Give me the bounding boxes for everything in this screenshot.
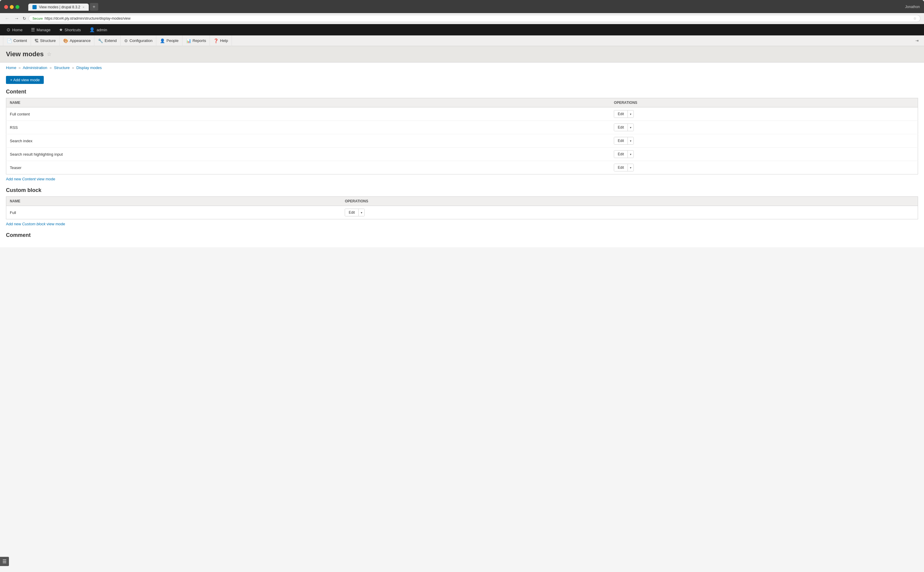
table-row: RSS Edit ▾	[6, 121, 918, 134]
row-operations-cell: Edit ▾	[610, 134, 918, 148]
content-name-header: NAME	[6, 98, 611, 107]
people-icon: 👤	[160, 38, 165, 43]
toolbar-shortcuts-label: Shortcuts	[65, 28, 81, 32]
back-button[interactable]: ←	[3, 15, 11, 22]
browser-window: View modes | drupal 8.3.2 × + Jonathon ←…	[0, 0, 924, 247]
edit-dropdown-button[interactable]: ▾	[627, 164, 633, 171]
breadcrumb-home[interactable]: Home	[6, 65, 16, 70]
edit-dropdown-button[interactable]: ▾	[627, 137, 633, 145]
nav-structure[interactable]: 🏗 Structure	[31, 36, 60, 46]
home-icon: ⊙	[6, 27, 11, 33]
edit-button[interactable]: Edit	[614, 137, 627, 145]
add-content-view-mode-link[interactable]: Add new Content view mode	[6, 177, 918, 181]
manage-icon: ☰	[31, 27, 35, 33]
breadcrumb-administration[interactable]: Administration	[23, 65, 47, 70]
add-view-mode-button[interactable]: + Add view mode	[6, 76, 44, 84]
add-custom-block-link-suffix: view mode	[45, 222, 65, 226]
content-section-title: Content	[6, 89, 918, 95]
config-icon: ⚙	[124, 38, 128, 43]
table-row: Search index Edit ▾	[6, 134, 918, 148]
tab-close-button[interactable]: ×	[82, 5, 84, 9]
custom-block-table: NAME OPERATIONS Full Edit ▾	[6, 196, 918, 219]
browser-titlebar: View modes | drupal 8.3.2 × + Jonathon	[0, 0, 924, 13]
nav-content-label: Content	[13, 38, 27, 43]
help-icon: ❓	[213, 38, 218, 43]
nav-extend[interactable]: 🔧 Extend	[94, 36, 120, 46]
close-window-button[interactable]	[4, 5, 8, 9]
active-tab[interactable]: View modes | drupal 8.3.2 ×	[28, 3, 89, 11]
add-custom-block-view-mode-link[interactable]: Add new Custom block view mode	[6, 222, 918, 226]
custom-block-operations-header: OPERATIONS	[341, 197, 918, 206]
nav-reports-label: Reports	[193, 38, 206, 43]
edit-btn-group: Edit ▾	[614, 110, 634, 118]
comment-section-title: Comment	[6, 232, 918, 238]
row-operations-cell: Edit ▾	[341, 206, 918, 219]
minimize-window-button[interactable]	[10, 5, 14, 9]
edit-btn-group: Edit ▾	[614, 137, 634, 145]
nav-content[interactable]: 📄 Content	[3, 36, 31, 46]
breadcrumb-display-modes[interactable]: Display modes	[76, 65, 102, 70]
edit-button[interactable]: Edit	[614, 124, 627, 131]
forward-button[interactable]: →	[13, 15, 20, 22]
structure-icon: 🏗	[34, 38, 39, 43]
nav-configuration[interactable]: ⚙ Configuration	[121, 36, 156, 46]
add-content-link-suffix: view mode	[36, 177, 55, 181]
nav-configuration-label: Configuration	[129, 38, 152, 43]
new-tab-button[interactable]: +	[90, 3, 98, 11]
edit-dropdown-button[interactable]: ▾	[627, 110, 633, 118]
edit-button[interactable]: Edit	[345, 209, 358, 216]
reload-button[interactable]: ↻	[23, 16, 26, 21]
browser-tabs: View modes | drupal 8.3.2 × +	[28, 3, 902, 11]
traffic-lights	[4, 5, 19, 9]
url-icons: ☆	[913, 16, 916, 20]
nav-people-label: People	[166, 38, 178, 43]
edit-button[interactable]: Edit	[614, 110, 627, 118]
star-toolbar-icon: ★	[59, 27, 63, 33]
breadcrumb-structure[interactable]: Structure	[54, 65, 70, 70]
edit-button[interactable]: Edit	[614, 151, 627, 158]
row-name-cell: Full content	[6, 107, 611, 121]
maximize-window-button[interactable]	[16, 5, 19, 9]
address-bar: ← → ↻ Secure https://dcvl4.ply.st/admin/…	[0, 13, 924, 24]
breadcrumb: Home » Administration » Structure » Disp…	[0, 62, 924, 73]
custom-block-section: Custom block NAME OPERATIONS Full Edit ▾	[0, 187, 924, 232]
comment-section: Comment	[0, 232, 924, 247]
url-bar[interactable]: Secure https://dcvl4.ply.st/admin/struct…	[29, 15, 921, 22]
nav-appearance-label: Appearance	[70, 38, 90, 43]
toolbar-manage-label: Manage	[37, 28, 51, 32]
edit-dropdown-button[interactable]: ▾	[358, 209, 364, 216]
add-custom-block-link-prefix: Add new	[6, 222, 22, 226]
row-operations-cell: Edit ▾	[610, 148, 918, 161]
edit-dropdown-button[interactable]: ▾	[627, 151, 633, 158]
star-icon[interactable]: ☆	[913, 16, 916, 20]
row-operations-cell: Edit ▾	[610, 107, 918, 121]
edit-button[interactable]: Edit	[614, 164, 627, 171]
nav-appearance[interactable]: 🎨 Appearance	[59, 36, 94, 46]
nav-help[interactable]: ❓ Help	[210, 36, 232, 46]
row-name-cell: RSS	[6, 121, 611, 134]
nav-structure-label: Structure	[40, 38, 56, 43]
table-row: Teaser Edit ▾	[6, 161, 918, 174]
custom-block-table-header-row: NAME OPERATIONS	[6, 197, 918, 206]
page-wrapper: View modes ☆ Home » Administration » Str…	[0, 46, 924, 247]
breadcrumb-sep-1: »	[19, 65, 20, 70]
nav-reports[interactable]: 📊 Reports	[182, 36, 210, 46]
favorite-icon[interactable]: ☆	[47, 51, 51, 58]
toolbar-shortcuts[interactable]: ★ Shortcuts	[55, 24, 85, 36]
add-content-link-em: Content	[22, 177, 36, 181]
add-content-link-prefix: Add new	[6, 177, 22, 181]
table-row: Full content Edit ▾	[6, 107, 918, 121]
row-name-cell: Search result highlighting input	[6, 148, 611, 161]
toolbar-admin[interactable]: 👤 admin	[85, 24, 111, 36]
toolbar-manage[interactable]: ☰ Manage	[27, 24, 55, 36]
admin-toolbar: ⊙ Home ☰ Manage ★ Shortcuts 👤 admin	[0, 24, 924, 36]
content-icon: 📄	[7, 38, 12, 43]
user-label: Jonathon	[905, 5, 920, 9]
table-row: Full Edit ▾	[6, 206, 918, 219]
toolbar-home[interactable]: ⊙ Home	[2, 24, 27, 36]
edit-dropdown-button[interactable]: ▾	[627, 124, 633, 131]
nav-collapse-button[interactable]: ⇥	[913, 38, 921, 43]
row-operations-cell: Edit ▾	[610, 161, 918, 174]
row-name-cell: Search index	[6, 134, 611, 148]
nav-people[interactable]: 👤 People	[156, 36, 182, 46]
